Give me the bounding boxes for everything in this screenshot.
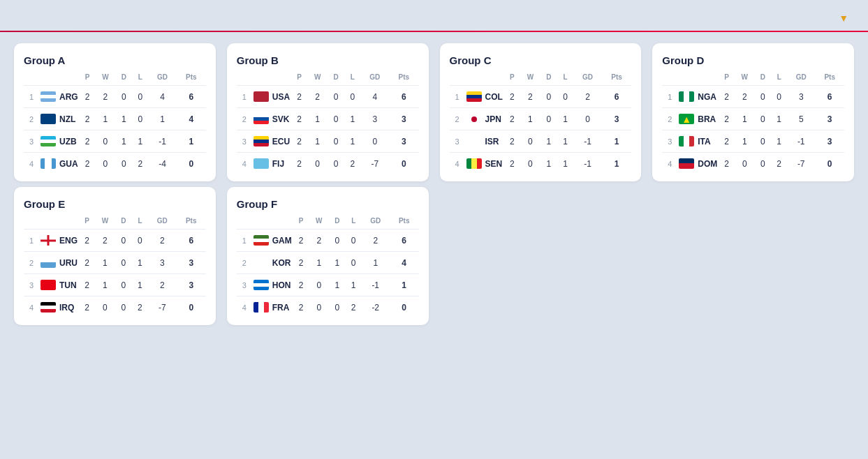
flag-URU [41,257,56,268]
col-header-P: P [79,216,95,230]
col-header-D: D [328,72,344,86]
team-name-SEN: SEN [485,159,503,169]
table-row: 2JPN210103 [450,108,632,130]
team-name-BRA: BRA [698,114,716,124]
group-table-A: PWDLGDPts1ARG2200462NZL2110143UZB2011-11… [24,72,206,174]
team-name-FIJ: FIJ [272,159,284,169]
team-name-JPN: JPN [485,114,501,124]
col-header-D: D [755,72,772,86]
col-header-P: P [293,216,309,230]
flag-FRA [253,302,269,313]
table-row: 3HON2011-11 [237,274,419,296]
flag-BRA [679,114,694,124]
col-header-W: W [309,216,329,230]
flag-NGA [679,91,694,102]
col-header-Pts: Pts [177,216,206,230]
groups-bottom-row: Group EPWDLGDPts1ENG2200262URU2101333TUN… [0,187,868,336]
header: ▼ [0,0,868,32]
flag-ECU [253,136,269,146]
table-row: 4DOM2002-70 [662,153,844,175]
col-header-D: D [115,72,132,86]
col-header-Pts: Pts [815,72,844,86]
table-row: 2KOR211014 [237,252,419,274]
col-header-Pts: Pts [390,216,419,230]
team-name-IRQ: IRQ [59,303,74,313]
col-header-Pts: Pts [177,72,206,86]
flag-UZB [41,136,56,146]
table-row: 2SVK210133 [237,108,419,130]
flag-ITA [679,136,694,146]
group-table-F: PWDLGDPts1GAM2200262KOR2110143HON2011-11… [237,216,419,318]
flag-COL [466,91,482,102]
col-header-Pts: Pts [602,72,631,86]
team-name-TUN: TUN [59,280,77,290]
empty-slot [652,187,854,325]
table-row: 3TUN210123 [24,274,206,296]
flag-SEN [466,158,482,169]
team-name-HON: HON [272,280,291,290]
flag-HON [253,280,269,290]
team-name-COL: COL [485,92,503,102]
team-name-ITA: ITA [698,137,710,146]
table-row: 4SEN2011-11 [450,153,632,175]
group-title-F: Group F [237,198,419,210]
flag-JPN [466,114,482,124]
col-header-P: P [291,72,307,86]
group-table-E: PWDLGDPts1ENG2200262URU2101333TUN2101234… [24,216,206,318]
table-row: 4FRA2002-20 [237,296,419,319]
team-name-ECU: ECU [272,137,290,146]
col-header-W: W [96,72,116,86]
team-name-ENG: ENG [59,236,78,246]
team-name-FRA: FRA [272,303,290,313]
team-name-NZL: NZL [59,114,75,124]
col-header-D: D [115,216,132,230]
flag-ENG [41,235,56,246]
table-row: 3ISR2011-11 [450,130,632,153]
flag-TUN [41,280,56,290]
col-header-D: D [329,216,346,230]
team-name-DOM: DOM [698,159,717,169]
col-header-W: W [307,72,328,86]
team-name-ISR: ISR [485,137,499,146]
team-name-URU: URU [59,258,78,268]
col-header-L: L [132,216,148,230]
col-header-GD: GD [573,72,602,86]
table-row: 1ARG220046 [24,86,206,108]
group-title-B: Group B [237,54,419,66]
col-header-L: L [132,72,148,86]
groups-top-row: Group APWDLGDPts1ARG2200462NZL2110143UZB… [0,32,868,187]
col-header-GD: GD [148,72,177,86]
table-row: 3ITA2101-13 [662,130,844,153]
col-header-P: P [719,72,735,86]
flag-DOM [679,158,694,169]
col-header-L: L [771,72,787,86]
team-name-UZB: UZB [59,137,77,146]
team-name-GAM: GAM [272,236,292,246]
group-card-A: Group APWDLGDPts1ARG2200462NZL2110143UZB… [14,43,216,181]
col-header-W: W [95,216,115,230]
group-card-F: Group FPWDLGDPts1GAM2200262KOR2110143HON… [227,187,429,325]
col-header-L: L [344,72,360,86]
team-name-GUA: GUA [59,159,78,169]
group-table-C: PWDLGDPts1COL2200262JPN2101033ISR2011-11… [450,72,632,174]
flag-IRQ [41,302,56,313]
flag-GUA [41,158,56,169]
flag-SVK [253,114,269,124]
flag-FIJ [253,158,269,169]
col-header-D: D [540,72,557,86]
group-title-A: Group A [24,54,206,66]
col-header-GD: GD [148,216,177,230]
team-name-ARG: ARG [59,92,78,102]
flag-ISR [466,136,482,146]
flag-NZL [41,114,56,124]
table-row: 1ENG220026 [24,230,206,252]
group-filter-button[interactable]: ▼ [834,13,848,24]
table-row: 3ECU210103 [237,130,419,153]
empty-slot [440,187,642,325]
flag-KOR [253,257,269,268]
col-header-Pts: Pts [389,72,418,86]
table-row: 4FIJ2002-70 [237,153,419,175]
group-title-E: Group E [24,198,206,210]
col-header-L: L [557,72,573,86]
team-name-KOR: KOR [272,258,291,268]
